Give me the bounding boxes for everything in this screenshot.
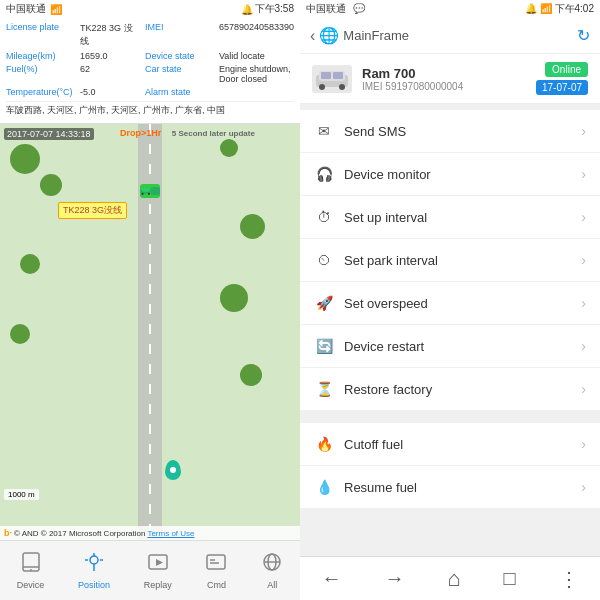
device-state-key: Device state: [145, 51, 215, 61]
cutoff-fuel-label: Cutoff fuel: [344, 437, 571, 452]
status-date-badge: 17-07-07: [536, 80, 588, 95]
tree-decoration-1: [10, 144, 40, 174]
map-drop-info: Drop>1Hr 5 Second later update: [120, 128, 255, 138]
car-state-val: Engine shutdown, Door closed: [219, 64, 294, 84]
set-park-label: Set park interval: [344, 253, 571, 268]
refresh-button[interactable]: ↻: [577, 26, 590, 45]
right-panel: 中国联通 💬 🔔 📶 下午4:02 ‹ 🌐 MainFrame ↻: [300, 0, 600, 600]
car-marker: [140, 184, 160, 198]
nav-back-button[interactable]: ←: [313, 563, 349, 594]
back-button[interactable]: ‹: [310, 27, 315, 45]
nav-position-label: Position: [78, 580, 110, 590]
menu-item-set-overspeed[interactable]: 🚀 Set overspeed ›: [300, 282, 600, 325]
car-state-key: Car state: [145, 64, 215, 74]
menu-item-set-interval[interactable]: ⏱ Set up interval ›: [300, 196, 600, 239]
signal-right-icon: 📶: [540, 3, 552, 14]
tree-decoration-5: [20, 254, 40, 274]
whatsapp-icon: 💬: [353, 3, 365, 14]
menu-item-send-sms[interactable]: ✉ Send SMS ›: [300, 110, 600, 153]
map-footer: b· © AND © 2017 Microsoft Corporation Te…: [0, 526, 300, 540]
time-right: 下午4:02: [555, 3, 594, 14]
cutoff-fuel-icon: 🔥: [314, 434, 334, 454]
nav-more-button[interactable]: ⋮: [551, 563, 587, 595]
bottom-nav-left: Device Position Replay Cmd All: [0, 540, 300, 600]
nav-all[interactable]: All: [253, 547, 291, 594]
menu-item-device-restart[interactable]: 🔄 Device restart ›: [300, 325, 600, 368]
nav-cmd-label: Cmd: [207, 580, 226, 590]
bell-icon: 🔔: [241, 4, 253, 15]
resume-fuel-label: Resume fuel: [344, 480, 571, 495]
info-row-3a: Fuel(%) 62: [6, 64, 137, 84]
svg-marker-13: [156, 559, 163, 566]
fuel-val: 62: [80, 64, 137, 74]
menu-item-resume-fuel[interactable]: 💧 Resume fuel ›: [300, 466, 600, 509]
top-bar: ‹ 🌐 MainFrame ↻: [300, 18, 600, 54]
svg-point-24: [319, 84, 325, 90]
menu-item-set-park-interval[interactable]: ⏲ Set park interval ›: [300, 239, 600, 282]
bottom-nav-right: ← → ⌂ □ ⋮: [300, 556, 600, 600]
device-monitor-label: Device monitor: [344, 167, 571, 182]
tree-decoration-8: [240, 364, 262, 386]
carrier-info: 中国联通 📶: [6, 2, 62, 16]
set-overspeed-icon: 🚀: [314, 293, 334, 313]
temp-key: Temperature(°C): [6, 87, 76, 97]
chevron-device-restart: ›: [581, 338, 586, 354]
carrier-right: 中国联通 💬: [306, 2, 365, 16]
status-bar-right: 中国联通 💬 🔔 📶 下午4:02: [300, 0, 600, 18]
device-icon: [20, 551, 42, 578]
vehicle-icon: [312, 65, 352, 93]
menu-item-restore-factory[interactable]: ⏳ Restore factory ›: [300, 368, 600, 411]
info-row-4a: Temperature(°C) -5.0: [6, 87, 137, 97]
license-val: TK228 3G 没线: [80, 22, 137, 48]
mainframe-label: MainFrame: [343, 28, 409, 43]
info-row-2a: Mileage(km) 1659.0: [6, 51, 137, 61]
license-key: License plate: [6, 22, 76, 32]
imei-key: IMEI: [145, 22, 215, 32]
svg-rect-22: [321, 72, 331, 79]
all-icon: [261, 551, 283, 578]
nav-position[interactable]: Position: [70, 547, 118, 594]
chevron-send-sms: ›: [581, 123, 586, 139]
device-restart-label: Device restart: [344, 339, 571, 354]
map-area[interactable]: 2017-07-07 14:33:18 Drop>1Hr 5 Second la…: [0, 124, 300, 540]
info-row-1b: IMEI 657890240583390: [145, 22, 294, 48]
nav-forward-button[interactable]: →: [376, 563, 412, 594]
vehicle-status: Online 17-07-07: [536, 62, 588, 95]
chevron-device-monitor: ›: [581, 166, 586, 182]
nav-square-button[interactable]: □: [496, 563, 524, 594]
location-marker-2: [165, 460, 181, 480]
globe-icon: 🌐: [319, 26, 339, 45]
terms-link[interactable]: Terms of Use: [147, 529, 194, 538]
send-sms-label: Send SMS: [344, 124, 571, 139]
info-row-3b: Car state Engine shutdown, Door closed: [145, 64, 294, 84]
nav-home-button[interactable]: ⌂: [439, 562, 468, 596]
menu-item-cutoff-fuel[interactable]: 🔥 Cutoff fuel ›: [300, 423, 600, 466]
restore-factory-label: Restore factory: [344, 382, 571, 397]
device-state-val: Valid locate: [219, 51, 294, 61]
address-bar: 车陂西路, 天河区, 广州市, 天河区, 广州市, 广东省, 中国: [6, 101, 294, 119]
alarm-key: Alarm state: [145, 87, 215, 97]
vehicle-card: Ram 700 IMEI 59197080000004 Online 17-07…: [300, 54, 600, 104]
menu-item-device-monitor[interactable]: 🎧 Device monitor ›: [300, 153, 600, 196]
tree-decoration-3: [220, 139, 238, 157]
set-park-icon: ⏲: [314, 250, 334, 270]
set-interval-icon: ⏱: [314, 207, 334, 227]
vehicle-info: Ram 700 IMEI 59197080000004: [362, 66, 526, 92]
chevron-set-overspeed: ›: [581, 295, 586, 311]
menu-section-2: 🔥 Cutoff fuel › 💧 Resume fuel ›: [300, 423, 600, 509]
bing-logo: b·: [4, 528, 12, 538]
svg-rect-4: [23, 553, 39, 571]
nav-cmd[interactable]: Cmd: [197, 547, 235, 594]
left-panel: 中国联通 📶 🔔 下午3:58 License plate TK228 3G 没…: [0, 0, 300, 600]
nav-device-label: Device: [17, 580, 45, 590]
signal-icon: 📶: [50, 4, 62, 15]
nav-device[interactable]: Device: [9, 547, 53, 594]
time-display-left: 下午3:58: [255, 2, 294, 16]
chevron-cutoff-fuel: ›: [581, 436, 586, 452]
car-label: TK228 3G没线: [58, 202, 127, 219]
nav-replay[interactable]: Replay: [136, 547, 180, 594]
right-status-icons: 🔔 📶 下午4:02: [525, 2, 594, 16]
time-left: 🔔 下午3:58: [241, 2, 294, 16]
imei-val: 657890240583390: [219, 22, 294, 32]
resume-fuel-icon: 💧: [314, 477, 334, 497]
